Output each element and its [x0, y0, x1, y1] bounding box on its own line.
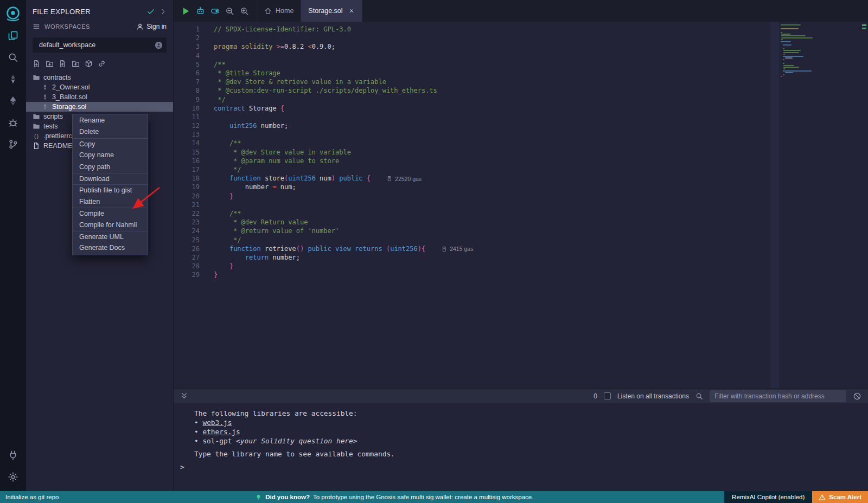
- gas-icon: [442, 246, 448, 252]
- library-link[interactable]: web3.js: [202, 418, 232, 427]
- minimap-bars: [781, 24, 860, 77]
- copilot-status[interactable]: RemixAI Copilot (enabled): [724, 491, 812, 503]
- terminal-line: • web3.js: [180, 418, 868, 427]
- context-menu-item-compile[interactable]: Compile: [73, 208, 148, 219]
- upload-file-icon: [59, 60, 67, 68]
- context-menu-item-generate-uml[interactable]: Generate UML: [73, 231, 148, 242]
- transaction-count: 0: [593, 392, 597, 400]
- context-menu-item-delete[interactable]: Delete: [73, 126, 148, 138]
- deploy-icon: [8, 95, 18, 106]
- scam-alert-button[interactable]: Scam Alert: [812, 491, 868, 503]
- listen-checkbox[interactable]: [604, 392, 611, 399]
- context-menu-item-compile-for-nahmii[interactable]: Compile for Nahmii: [73, 220, 148, 231]
- terminal-line: • sol-gpt <your Solidity question here>: [180, 436, 868, 446]
- upload-folder-icon: [72, 60, 80, 68]
- code-line: return number;: [214, 253, 770, 262]
- code-line: [214, 34, 770, 42]
- code-line: [214, 113, 770, 121]
- link-button[interactable]: [98, 60, 106, 68]
- gas-icon: [387, 176, 393, 182]
- upload-file-button[interactable]: [59, 60, 67, 68]
- tab-storage-sol[interactable]: Storage.sol: [301, 0, 362, 22]
- code-line: * @dev Return value: [214, 218, 770, 227]
- activity-plugin-manager[interactable]: [4, 446, 22, 465]
- tabs: HomeStorage.sol: [257, 0, 362, 22]
- home-icon: [264, 7, 272, 15]
- editor-scrollbar[interactable]: [770, 22, 779, 388]
- minimap[interactable]: [779, 22, 860, 388]
- tree-item-2-owner-sol[interactable]: 2_Owner.sol: [26, 82, 173, 92]
- panel-title: FILE EXPLORER: [33, 8, 142, 16]
- files-icon: [8, 30, 18, 41]
- main-panel: HomeStorage.sol 123456789101112131415161…: [174, 0, 868, 491]
- explorer-toolbar: [26, 55, 173, 72]
- tab-home[interactable]: Home: [257, 0, 301, 22]
- activity-solidity-compiler[interactable]: [4, 70, 22, 88]
- hamburger-icon[interactable]: [33, 23, 40, 30]
- code-line: /**: [214, 139, 770, 147]
- search-icon: [8, 52, 18, 63]
- new-folder-button[interactable]: [46, 60, 54, 68]
- activity-settings[interactable]: [4, 468, 22, 486]
- tree-item-3-ballot-sol[interactable]: 3_Ballot.sol: [26, 92, 173, 102]
- zoom-out-button[interactable]: [225, 7, 234, 16]
- context-menu-item-download[interactable]: Download: [73, 173, 148, 184]
- search-icon[interactable]: [695, 392, 703, 400]
- new-file-button[interactable]: [33, 60, 41, 68]
- chevron-right-icon[interactable]: [159, 8, 167, 15]
- solidity-icon: [41, 93, 49, 101]
- context-menu-item-generate-docs[interactable]: Generate Docs: [73, 242, 148, 254]
- terminal-prompt[interactable]: >: [180, 462, 868, 472]
- code-editor[interactable]: 1234567891011121314151617181920212223242…: [174, 22, 868, 388]
- ai-toggle-button[interactable]: [210, 7, 220, 16]
- code-line: */: [214, 95, 770, 104]
- box-icon: [85, 60, 93, 68]
- code-line: * @return value of 'number': [214, 227, 770, 235]
- context-menu-item-copy[interactable]: Copy: [73, 138, 148, 150]
- code-line: uint256 number;: [214, 121, 770, 130]
- workspace-select[interactable]: default_workspace: [33, 37, 167, 53]
- ai-robot-icon: [196, 7, 205, 16]
- filter-input[interactable]: [710, 390, 846, 402]
- lightbulb-icon: [255, 494, 262, 501]
- check-icon[interactable]: [146, 7, 155, 16]
- ai-robot-button[interactable]: [196, 7, 205, 16]
- code-line: * @custom:dev-run-script ./scripts/deplo…: [214, 86, 770, 95]
- code-line: contract Storage {: [214, 104, 770, 113]
- activity-git[interactable]: [4, 135, 22, 153]
- git-init-button[interactable]: Initialize as git repo: [0, 491, 64, 503]
- context-menu-item-copy-path[interactable]: Copy path: [73, 162, 148, 173]
- toggle-terminal-icon[interactable]: [180, 392, 188, 400]
- context-menu-item-flatten[interactable]: Flatten: [73, 196, 148, 208]
- activity-file-explorer[interactable]: [4, 27, 22, 45]
- library-link[interactable]: ethers.js: [202, 428, 240, 436]
- activity-debugger[interactable]: [4, 113, 22, 132]
- activity-bar: [0, 0, 26, 491]
- play-button[interactable]: [181, 7, 190, 16]
- tree-item-storage-sol[interactable]: Storage.sol: [26, 102, 173, 112]
- overview-ruler: [860, 22, 868, 388]
- activity-remix-logo[interactable]: [4, 5, 22, 23]
- context-menu-item-copy-name[interactable]: Copy name: [73, 150, 148, 161]
- code-content[interactable]: // SPDX-License-Identifier: GPL-3.0pragm…: [204, 22, 770, 388]
- context-menu-item-rename[interactable]: Rename: [73, 115, 148, 126]
- clear-console-icon[interactable]: [853, 392, 861, 401]
- logo-icon: [4, 5, 22, 23]
- zoom-in-button[interactable]: [240, 7, 249, 16]
- upload-folder-button[interactable]: [72, 60, 80, 68]
- context-menu-item-publish-file-to-gist[interactable]: Publish file to gist: [73, 184, 148, 196]
- gas-estimate-badge: 2415 gas: [442, 246, 473, 252]
- terminal-output[interactable]: The following libraries are accessible:•…: [174, 403, 868, 491]
- activity-deploy-run[interactable]: [4, 92, 22, 110]
- sign-in-button[interactable]: Sign in: [136, 23, 167, 30]
- workspace-name: default_workspace: [39, 41, 95, 49]
- code-line: [214, 130, 770, 139]
- gas-estimate-badge: 22520 gas: [387, 176, 422, 182]
- did-you-know-tip: Did you know? To prototype using the Gno…: [64, 494, 724, 501]
- context-menu: RenameDeleteCopyCopy nameCopy pathDownlo…: [72, 114, 148, 255]
- close-icon[interactable]: [348, 8, 355, 14]
- box-button[interactable]: [85, 60, 93, 68]
- activity-search[interactable]: [4, 48, 22, 67]
- tree-item-contracts[interactable]: contracts: [26, 73, 173, 82]
- link-icon: [98, 60, 106, 68]
